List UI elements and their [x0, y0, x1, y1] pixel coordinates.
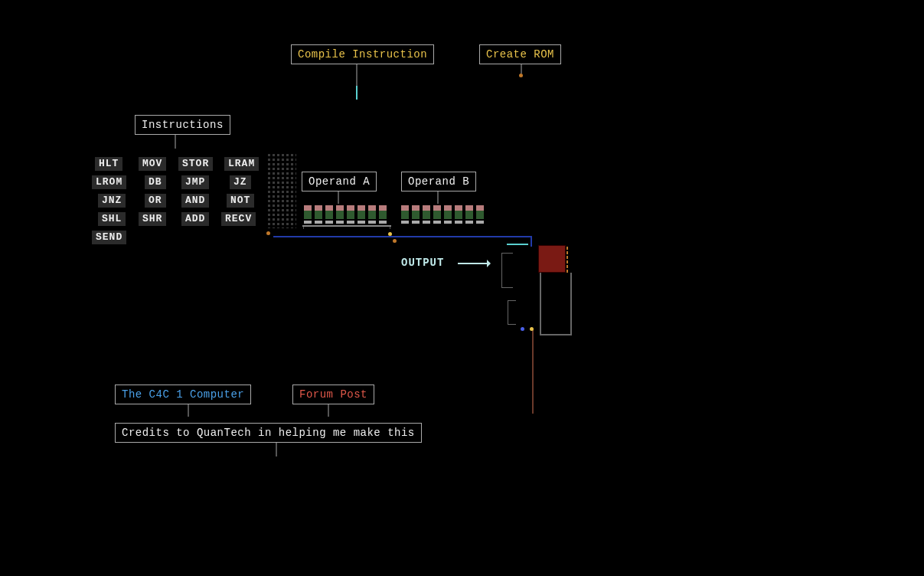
instruction-grid [266, 152, 296, 228]
instr-hlt[interactable]: HLT [95, 157, 122, 171]
rom-side-wire2 [540, 334, 572, 335]
bus-tap-b [393, 239, 397, 243]
bit-toggle[interactable] [401, 205, 409, 224]
instr-jnz[interactable]: JNZ [98, 194, 126, 208]
rom-side-wire3 [540, 273, 541, 334]
rom-pin [566, 270, 568, 273]
compile-button[interactable]: Compile Instruction [291, 44, 434, 64]
rom-drop [532, 329, 534, 414]
instr-shr[interactable]: SHR [139, 212, 166, 226]
bit-toggle[interactable] [304, 205, 312, 224]
bit-toggle[interactable] [465, 205, 473, 224]
instr-stor[interactable]: STOR [178, 157, 213, 171]
instr-or[interactable]: OR [145, 194, 166, 208]
create-rom-post [521, 64, 522, 74]
rom-pin [566, 265, 568, 268]
operand-b-bits[interactable] [401, 205, 484, 224]
credits-text: Credits to QuanTech in helping me make t… [115, 423, 422, 443]
output-label: OUTPUT [401, 257, 444, 269]
bit-toggle[interactable] [325, 205, 333, 224]
bit-toggle[interactable] [336, 205, 344, 224]
bit-toggle[interactable] [379, 205, 387, 224]
operand-b-label: Operand B [401, 172, 476, 191]
rom-node [521, 327, 524, 331]
operand-b-post [437, 191, 439, 204]
instr-recv[interactable]: RECV [221, 212, 256, 226]
operand-a-levers [302, 225, 391, 230]
instr-out-node [266, 231, 270, 235]
stage: Compile Instruction Create ROM Instructi… [0, 0, 924, 576]
credits-post [276, 443, 277, 457]
bit-toggle[interactable] [433, 205, 441, 224]
bit-toggle[interactable] [347, 205, 354, 224]
bit-toggle[interactable] [423, 205, 430, 224]
rom-pin [566, 247, 568, 250]
instr-mov[interactable]: MOV [139, 157, 166, 171]
operand-a-post [338, 191, 339, 204]
title-post [188, 404, 189, 417]
rom-gate [501, 253, 513, 288]
create-rom-node [519, 74, 523, 77]
instr-not[interactable]: NOT [227, 194, 254, 208]
rom-node2 [530, 327, 534, 331]
bus-stub [507, 244, 528, 245]
operand-a-bits[interactable] [304, 205, 387, 224]
instr-jz[interactable]: JZ [230, 175, 251, 189]
instructions-post [175, 135, 176, 149]
instr-add[interactable]: ADD [181, 212, 209, 226]
bit-toggle[interactable] [358, 205, 365, 224]
rom-pin [566, 256, 568, 259]
forum-post-post [328, 404, 329, 417]
instr-db[interactable]: DB [145, 175, 166, 189]
instr-and[interactable]: AND [181, 194, 209, 208]
rom-pin [566, 251, 568, 254]
rom-box [538, 245, 566, 273]
output-arrow-icon [458, 263, 488, 264]
computer-title: The C4C 1 Computer [115, 385, 251, 404]
bit-toggle[interactable] [368, 205, 376, 224]
instructions-title: Instructions [135, 115, 230, 135]
compile-wire [356, 86, 358, 100]
instr-send[interactable]: SEND [92, 231, 126, 244]
rom-side-wire [570, 273, 572, 334]
bus-tap-a [388, 232, 392, 236]
operand-a-label: Operand A [302, 172, 377, 191]
instr-jmp[interactable]: JMP [181, 175, 209, 189]
bus-to-rom [531, 236, 532, 247]
bit-toggle[interactable] [412, 205, 420, 224]
forum-post-link[interactable]: Forum Post [292, 385, 374, 404]
rom-gate2 [508, 300, 516, 325]
instr-lram[interactable]: LRAM [224, 157, 259, 171]
bit-toggle[interactable] [315, 205, 322, 224]
bus-main [273, 236, 531, 237]
create-rom-button[interactable]: Create ROM [479, 44, 561, 64]
instr-lrom[interactable]: LROM [92, 175, 126, 189]
bit-toggle[interactable] [444, 205, 452, 224]
instr-shl[interactable]: SHL [98, 212, 126, 226]
bit-toggle[interactable] [476, 205, 484, 224]
bit-toggle[interactable] [455, 205, 462, 224]
rom-pin [566, 260, 568, 263]
